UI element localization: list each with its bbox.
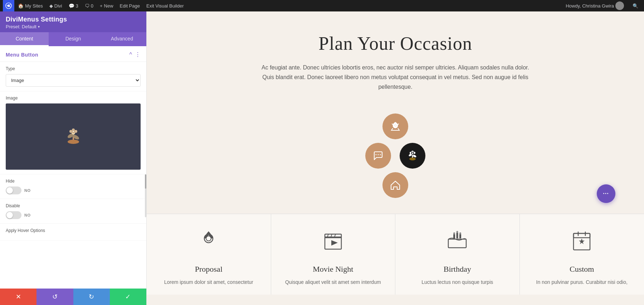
icon-circle-chat[interactable]	[365, 143, 391, 169]
page-hero: Plan Your Occasion Ac feugiat ante. Done…	[234, 11, 556, 106]
exit-visual-builder-button[interactable]: Exit Visual Builder	[143, 0, 187, 11]
undo-button[interactable]: ↺	[36, 289, 73, 305]
birthday-title: Birthday	[444, 265, 471, 274]
options-icon[interactable]: ⋮	[135, 51, 141, 58]
preview-icon	[61, 124, 86, 149]
icon-circle-flower[interactable]	[400, 143, 425, 169]
type-field: Type Image Text Icon	[0, 62, 146, 91]
hide-field: Hide NO	[0, 174, 146, 199]
tab-design[interactable]: Design	[49, 32, 97, 46]
custom-title: Custom	[570, 265, 594, 274]
type-label: Type	[6, 66, 141, 71]
icon-circle-home[interactable]	[382, 172, 408, 198]
edit-page-button[interactable]: Edit Page	[117, 0, 143, 11]
menu-button-section-header: Menu Button ^ ⋮	[0, 46, 146, 62]
toggle-thumb	[6, 187, 13, 194]
hero-text: Ac feugiat ante. Donec ultricies loborti…	[259, 63, 531, 92]
plus-icon: +	[100, 3, 103, 9]
chat-icon	[372, 150, 384, 162]
proposal-icon	[196, 228, 221, 257]
sidebar-title: DiviMenus Settings	[6, 16, 141, 23]
settings-sidebar: DiviMenus Settings Preset: Default ▾ Con…	[0, 11, 147, 305]
hover-options-label: Apply Hover Options	[6, 228, 141, 233]
svg-marker-48	[579, 238, 585, 244]
movie-night-icon	[321, 228, 346, 257]
divi-menu[interactable]: ◆ Divi	[47, 0, 65, 11]
disable-field: Disable NO	[0, 199, 146, 224]
content-area: Plan Your Occasion Ac feugiat ante. Done…	[147, 11, 644, 305]
save-button[interactable]: ✓	[110, 289, 146, 305]
svg-rect-43	[448, 239, 466, 248]
chevron-down-icon: ▾	[38, 25, 40, 29]
cards-section: Proposal Lorem ipsum dolor sit amet, con…	[147, 214, 644, 295]
card-birthday: Birthday Luctus lectus non quisque turpi…	[395, 214, 520, 295]
hide-toggle[interactable]	[6, 187, 21, 194]
cancel-icon: ✕	[16, 293, 21, 301]
movie-night-title: Movie Night	[313, 265, 353, 274]
svg-point-17	[378, 154, 379, 155]
sidebar-header: DiviMenus Settings Preset: Default ▾	[0, 11, 146, 32]
svg-point-14	[68, 140, 79, 144]
icon-circle-tools[interactable]	[382, 113, 408, 139]
section-title: Menu Button	[6, 52, 38, 58]
user-avatar	[615, 1, 624, 10]
image-field: Image	[0, 91, 146, 174]
sidebar-preset[interactable]: Preset: Default ▾	[6, 24, 141, 29]
movie-night-text: Quisque aliquet velit sit amet sem inter…	[285, 278, 381, 286]
svg-rect-45	[574, 233, 590, 238]
tab-content[interactable]: Content	[0, 32, 49, 46]
hide-label: Hide	[6, 179, 141, 184]
redo-icon: ↻	[89, 293, 94, 301]
comment-bubble-icon: 💬	[69, 3, 74, 9]
user-greeting[interactable]: Howdy, Christina Gwira	[563, 0, 627, 11]
svg-rect-39	[459, 234, 461, 238]
comments-menu[interactable]: 💬 3	[66, 0, 81, 11]
svg-point-28	[409, 158, 416, 160]
home-icon: 🏠	[18, 3, 24, 9]
image-preview[interactable]	[6, 103, 141, 170]
type-select[interactable]: Image Text Icon	[6, 74, 141, 87]
svg-point-18	[380, 154, 381, 155]
birthday-text: Luctus lectus non quisque turpis	[421, 278, 493, 286]
svg-point-27	[412, 152, 413, 154]
svg-point-16	[376, 154, 377, 155]
wp-logo[interactable]	[3, 0, 14, 11]
svg-rect-37	[453, 234, 455, 238]
admin-bar-left: 🏠 My Sites ◆ Divi 💬 3 🗨 0 + New Edit Pag…	[3, 0, 187, 11]
speech-icon: 🗨	[85, 3, 89, 9]
cancel-button[interactable]: ✕	[0, 289, 36, 305]
divi-icon: ◆	[49, 3, 53, 9]
toggle-thumb-2	[6, 212, 13, 218]
redo-button[interactable]: ↻	[73, 289, 110, 305]
custom-text: In non pulvinar purus. Curabitur nisi od…	[536, 278, 628, 286]
flower-icon	[406, 149, 419, 162]
proposal-text: Lorem ipsum dolor sit amet, consectetur	[164, 278, 253, 286]
card-movie-night: Movie Night Quisque aliquet velit sit am…	[271, 214, 396, 295]
hover-options-field: Apply Hover Options	[0, 224, 146, 241]
main-layout: DiviMenus Settings Preset: Default ▾ Con…	[0, 11, 644, 305]
fab-menu-button[interactable]: •••	[597, 184, 615, 203]
svg-rect-38	[457, 233, 458, 238]
tools-icon	[389, 120, 401, 132]
comment-count-menu[interactable]: 🗨 0	[82, 0, 96, 11]
home-circle-icon	[389, 179, 401, 191]
icon-circles-area: •••	[147, 106, 644, 207]
collapse-icon[interactable]: ^	[129, 52, 132, 58]
sidebar-content: Menu Button ^ ⋮ Type Image Text Icon Ima…	[0, 46, 146, 289]
undo-icon: ↺	[52, 293, 58, 301]
tab-advanced[interactable]: Advanced	[98, 32, 146, 46]
new-content-button[interactable]: + New	[97, 0, 116, 11]
card-custom: Custom In non pulvinar purus. Curabitur …	[520, 214, 644, 295]
svg-point-42	[459, 232, 461, 234]
search-button[interactable]: 🔍	[630, 0, 641, 11]
disable-toggle[interactable]	[6, 211, 21, 219]
ellipsis-icon: •••	[603, 192, 609, 195]
card-proposal: Proposal Lorem ipsum dolor sit amet, con…	[147, 214, 271, 295]
my-sites-menu[interactable]: 🏠 My Sites	[15, 0, 46, 11]
image-label: Image	[6, 96, 141, 101]
settings-tabs: Content Design Advanced	[0, 32, 146, 46]
hero-title: Plan Your Occasion	[249, 33, 542, 54]
svg-point-41	[457, 231, 458, 233]
disable-no-text: NO	[24, 213, 31, 217]
search-icon: 🔍	[633, 3, 638, 9]
